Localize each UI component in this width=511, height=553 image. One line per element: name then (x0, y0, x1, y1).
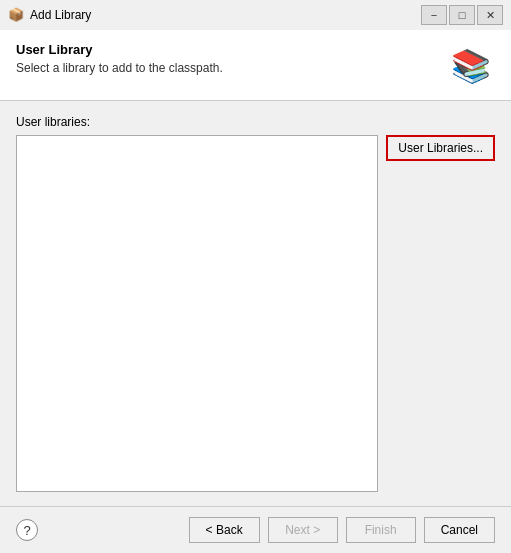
close-button[interactable]: ✕ (477, 5, 503, 25)
next-button[interactable]: Next > (268, 517, 338, 543)
title-bar: 📦 Add Library − □ ✕ (0, 0, 511, 30)
header-title: User Library (16, 42, 447, 57)
maximize-button[interactable]: □ (449, 5, 475, 25)
back-button[interactable]: < Back (189, 517, 260, 543)
content-row: User Libraries... (16, 135, 495, 492)
user-libraries-button[interactable]: User Libraries... (386, 135, 495, 161)
user-libraries-list[interactable] (16, 135, 378, 492)
dialog-body: User Library Select a library to add to … (0, 30, 511, 553)
header-text: User Library Select a library to add to … (16, 42, 447, 75)
header-section: User Library Select a library to add to … (0, 30, 511, 101)
side-buttons: User Libraries... (386, 135, 495, 492)
cancel-button[interactable]: Cancel (424, 517, 495, 543)
title-bar-title: Add Library (30, 8, 421, 22)
minimize-button[interactable]: − (421, 5, 447, 25)
help-button[interactable]: ? (16, 519, 38, 541)
title-bar-controls: − □ ✕ (421, 5, 503, 25)
library-icon: 📚 (447, 42, 495, 90)
content-section: User libraries: User Libraries... (0, 101, 511, 506)
finish-button[interactable]: Finish (346, 517, 416, 543)
title-bar-icon: 📦 (8, 7, 24, 23)
footer-section: ? < Back Next > Finish Cancel (0, 506, 511, 553)
header-subtitle: Select a library to add to the classpath… (16, 61, 447, 75)
libraries-label: User libraries: (16, 115, 495, 129)
